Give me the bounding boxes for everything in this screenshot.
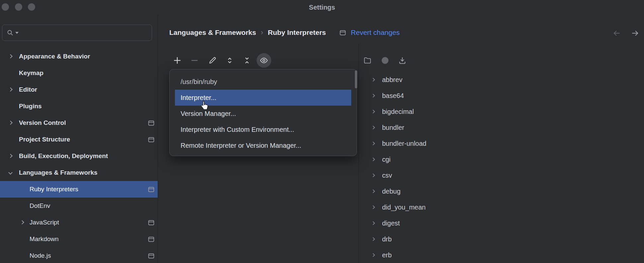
chevron-right-icon [371, 110, 375, 113]
chevron-right-icon [8, 154, 13, 158]
unfold-icon [225, 56, 234, 65]
sidebar-item-editor[interactable]: Editor [0, 81, 158, 98]
search-input[interactable] [2, 25, 152, 41]
arrow-right-icon [631, 29, 639, 38]
chevron-right-icon [371, 141, 375, 145]
menu-item-custom-environment[interactable]: Interpreter with Custom Environment... [175, 122, 351, 137]
gem-item-debug[interactable]: debug [359, 183, 644, 199]
plus-icon [173, 56, 182, 65]
fold-icon [243, 56, 251, 65]
titlebar: Settings [0, 0, 644, 15]
chevron-right-icon [371, 205, 375, 209]
forward-button[interactable] [630, 29, 640, 38]
breadcrumb-parent[interactable]: Languages & Frameworks [169, 29, 256, 37]
sidebar-item-javascript[interactable]: JavaScript [0, 214, 158, 231]
window-icon [339, 29, 346, 36]
sidebar-item-languages-frameworks[interactable]: Languages & Frameworks [0, 164, 158, 181]
revert-changes-link[interactable]: Revert changes [351, 29, 400, 37]
breadcrumb-separator: › [261, 28, 263, 37]
chevron-right-icon [8, 87, 13, 92]
chevron-right-icon [371, 94, 375, 97]
sidebar-item-keymap[interactable]: Keymap [0, 65, 158, 81]
hand-cursor [200, 100, 209, 112]
gem-item-erb[interactable]: erb [359, 247, 644, 263]
gem-item-bundler-unload[interactable]: bundler-unload [359, 135, 644, 151]
gem-item-did-you-mean[interactable]: did_you_mean [359, 199, 644, 215]
show-hidden-interpreters-button[interactable] [257, 53, 271, 68]
window-icon [148, 120, 155, 127]
chevron-right-icon [371, 237, 375, 241]
arrow-left-icon [612, 29, 621, 38]
search-options-caret-icon [15, 32, 19, 34]
gem-item-abbrev[interactable]: abbrev [359, 72, 644, 88]
gem-item-csv[interactable]: csv [359, 167, 644, 183]
download-button[interactable] [396, 54, 408, 66]
breadcrumb: Languages & Frameworks › Ruby Interprete… [169, 27, 400, 39]
folder-button[interactable] [362, 54, 373, 66]
add-interpreter-button[interactable] [171, 54, 183, 66]
folder-icon [363, 56, 372, 65]
gem-item-digest[interactable]: digest [359, 215, 644, 231]
sidebar-item-version-control[interactable]: Version Control [0, 115, 158, 131]
sidebar-item-appearance-behavior[interactable]: Appearance & Behavior [0, 48, 158, 65]
chevron-right-icon [20, 220, 24, 224]
chevron-down-icon [8, 170, 13, 175]
menu-item-remote-interpreter[interactable]: Remote Interpreter or Version Manager... [175, 137, 351, 153]
window-icon [148, 236, 155, 243]
chevron-right-icon [371, 173, 375, 177]
chevron-right-icon [371, 253, 375, 257]
expand-all-button[interactable] [224, 54, 236, 66]
window-icon [148, 252, 155, 259]
interpreter-list-item[interactable]: /usr/bin/ruby [170, 74, 357, 90]
gems-list: abbrev base64 bigdecimal bundler bundler… [359, 72, 644, 263]
window-title: Settings [0, 0, 644, 15]
chevron-right-icon [8, 121, 13, 125]
sidebar-item-build-execution-deployment[interactable]: Build, Execution, Deployment [0, 148, 158, 164]
eye-icon [260, 56, 268, 65]
window-icon [148, 186, 155, 193]
status-dot-button[interactable] [379, 54, 391, 66]
gem-item-base64[interactable]: base64 [359, 88, 644, 104]
chevron-right-icon [371, 157, 375, 161]
chevron-right-icon [371, 126, 375, 129]
chevron-right-icon [8, 54, 13, 58]
add-interpreter-popup: /usr/bin/ruby Interpreter... Version Man… [169, 69, 357, 156]
settings-tree: Appearance & Behavior Keymap Editor Plug… [0, 48, 158, 263]
window-icon [148, 219, 155, 226]
remove-interpreter-button[interactable] [189, 54, 201, 66]
sidebar-item-dotenv[interactable]: DotEnv [0, 198, 158, 214]
sidebar-item-markdown[interactable]: Markdown [0, 231, 158, 247]
chevron-right-icon [371, 221, 375, 225]
edit-interpreter-button[interactable] [206, 54, 218, 66]
scrollbar-thumb[interactable] [355, 70, 357, 88]
pencil-icon [208, 56, 217, 65]
download-icon [398, 56, 407, 65]
gem-item-cgi[interactable]: cgi [359, 151, 644, 167]
chevron-right-icon [371, 78, 375, 81]
chevron-right-icon [371, 189, 375, 193]
back-button[interactable] [612, 29, 621, 38]
sidebar-item-nodejs[interactable]: Node.js [0, 247, 158, 263]
sidebar-item-ruby-interpreters[interactable]: Ruby Interpreters [0, 181, 158, 198]
search-icon [7, 30, 14, 36]
minus-icon [190, 56, 199, 65]
sidebar-item-plugins[interactable]: Plugins [0, 98, 158, 115]
window-icon [148, 136, 155, 143]
collapse-all-button[interactable] [241, 54, 253, 66]
settings-sidebar: Appearance & Behavior Keymap Editor Plug… [0, 15, 158, 263]
breadcrumb-current: Ruby Interpreters [268, 29, 326, 37]
gem-item-drb[interactable]: drb [359, 231, 644, 247]
gem-item-bundler[interactable]: bundler [359, 120, 644, 135]
gem-item-bigdecimal[interactable]: bigdecimal [359, 104, 644, 120]
sidebar-item-project-structure[interactable]: Project Structure [0, 131, 158, 148]
filled-circle-icon [381, 56, 389, 65]
